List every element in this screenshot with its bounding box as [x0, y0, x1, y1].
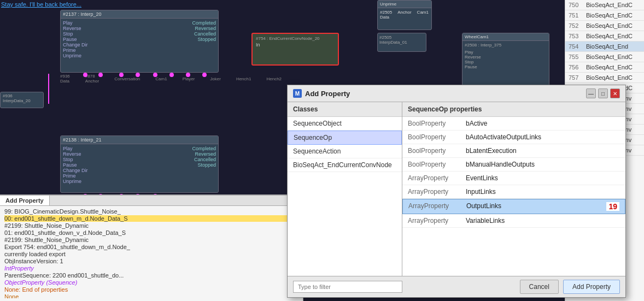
list-item-name: BioSeqAct_EndC: [586, 33, 633, 39]
prop-name: VariableLinks: [466, 217, 505, 225]
bp-line: None: End of properties: [4, 286, 298, 293]
list-item-num: 756: [569, 64, 584, 70]
bp-line: 99: BIOG_CinematicDesign.Shuttle_Noise_: [4, 208, 298, 215]
minimize-button[interactable]: ―: [586, 88, 596, 98]
bp-line: Export 754: end001_shuttle_down_m_d.Node…: [4, 244, 298, 250]
props-header: SequenceOp properties: [402, 102, 625, 117]
prop-name: OutputLinks: [466, 202, 501, 211]
bp-line: 01: end001_shuttle_down_v_d.Node_Data_S: [4, 229, 298, 236]
class-list: SequenceObjectSequenceOpSequenceActionBi…: [288, 117, 402, 276]
dialog-icon: M: [293, 89, 302, 98]
cancel-button[interactable]: Cancel: [520, 280, 559, 294]
prop-item-bactive[interactable]: BoolPropertybActive: [402, 117, 625, 131]
class-item-sequenceaction[interactable]: SequenceAction: [288, 145, 402, 158]
node-interp-20-header: #2137 : Interp_20: [61, 10, 218, 19]
prop-name: bActive: [466, 120, 487, 127]
bp-line: None: [4, 293, 298, 298]
right-list-item[interactable]: 752BioSeqAct_EndC: [565, 21, 644, 31]
bp-line: ObjInstanceVersion: 1: [4, 258, 298, 264]
bp-line: IntProperty: [4, 265, 298, 272]
node-end-current-conv[interactable]: #754 : EndCurrentConvNode_20 In: [251, 33, 339, 66]
prop-item-variablelinks[interactable]: ArrayPropertyVariableLinks: [402, 214, 625, 228]
right-list-item[interactable]: 751BioSeqAct_EndC: [565, 10, 644, 21]
right-list-item[interactable]: 756BioSeqAct_EndC: [565, 62, 644, 73]
prop-type: ArrayProperty: [408, 174, 462, 182]
dialog-title-left: M Add Property: [293, 89, 350, 98]
prop-item-eventlinks[interactable]: ArrayPropertyEventLinks: [402, 172, 625, 185]
add-property-dialog: M Add Property ― □ ✕ Classes SequenceObj…: [287, 85, 626, 298]
prop-item-outputlinks[interactable]: ArrayPropertyOutputLinks19: [402, 199, 625, 214]
prop-item-bmanualhandleoutputs[interactable]: BoolPropertybManualHandleOutputs: [402, 158, 625, 172]
close-button[interactable]: ✕: [610, 88, 620, 98]
bp-line: ParentSequence: 2200 end001_shuttle_do..…: [4, 272, 298, 279]
dialog-title-controls: ― □ ✕: [586, 88, 620, 98]
list-item-name: BioSeqAct_EndC: [586, 12, 633, 19]
classes-header: Classes: [288, 102, 402, 117]
list-item-name: BioSeqAct_EndC: [586, 74, 633, 81]
node-interp-21-header: #2138 : Interp_21: [61, 136, 218, 144]
prop-type: ArrayProperty: [408, 217, 462, 225]
prop-name: bManualHandleOutputs: [466, 161, 535, 168]
node-interp-data-20[interactable]: #936InterpData_20: [0, 92, 44, 108]
node-interp-21[interactable]: #2138 : Interp_21 Play Reverse Stop Paus…: [60, 135, 219, 193]
right-list-item[interactable]: 755BioSeqAct_EndC: [565, 52, 644, 62]
maximize-button[interactable]: □: [598, 88, 608, 98]
dialog-body: Classes SequenceObjectSequenceOpSequence…: [288, 102, 625, 276]
bottom-panel-content: 99: BIOG_CinematicDesign.Shuttle_Noise_0…: [0, 206, 303, 298]
prop-type: BoolProperty: [408, 161, 462, 168]
list-item-name: BioSeqAct_EndC: [586, 64, 633, 70]
list-item-num: 757: [569, 74, 584, 81]
list-item-num: 753: [569, 33, 584, 39]
class-item-sequenceobject[interactable]: SequenceObject: [288, 117, 402, 131]
prop-badge: 19: [606, 202, 619, 211]
bottom-tab-bar: Add Property: [0, 196, 303, 206]
node-2505-anchor[interactable]: Unprime #2505Data Anchor Cam1: [377, 0, 432, 30]
right-list-item[interactable]: 754BioSeqAct_End: [565, 42, 644, 52]
prop-type: ArrayProperty: [408, 202, 463, 211]
tab-add-property[interactable]: Add Property: [0, 196, 50, 205]
list-item-num: 755: [569, 54, 584, 60]
add-property-button[interactable]: Add Property: [563, 280, 620, 294]
list-item-name: BioSeqAct_EndC: [586, 2, 633, 8]
bp-line: currently loaded export: [4, 251, 298, 257]
list-item-name: BioSeqAct_EndC: [586, 54, 633, 60]
warning-bar[interactable]: Stay safe. I'll be back before...: [1, 1, 81, 8]
bp-line: #2199: Shuttle_Noise_Dynamic: [4, 237, 298, 243]
list-item-num: 752: [569, 22, 584, 29]
prop-name: EventLinks: [466, 174, 498, 182]
prop-name: bAutoActivateOutputLinks: [466, 133, 541, 141]
prop-list: BoolPropertybActiveBoolPropertybAutoActi…: [402, 117, 625, 276]
node-interp-20-body: Play Reverse Stop Pause Change Dir Prime…: [61, 19, 218, 60]
prop-item-bautoactivateoutputlinks[interactable]: BoolPropertybAutoActivateOutputLinks: [402, 131, 625, 144]
prop-type: ArrayProperty: [408, 188, 462, 196]
prop-item-blatentexecution[interactable]: BoolPropertybLatentExecution: [402, 144, 625, 158]
class-item-bioseqact_endcurrentconvnode[interactable]: BioSeqAct_EndCurrentConvNode: [288, 158, 402, 172]
footer-buttons: Cancel Add Property: [520, 280, 620, 294]
prop-type: BoolProperty: [408, 133, 462, 141]
classes-panel: Classes SequenceObjectSequenceOpSequence…: [288, 102, 402, 276]
list-item-num: 750: [569, 2, 584, 8]
node-interp-20[interactable]: #2137 : Interp_20 Play Reverse Stop Paus…: [60, 10, 219, 73]
bp-line: ObjectProperty (Sequence): [4, 279, 298, 286]
list-item-name: BioSeqAct_EndC: [586, 22, 633, 29]
filter-input[interactable]: [293, 281, 402, 293]
right-list-item[interactable]: 757BioSeqAct_EndC: [565, 73, 644, 83]
bp-line: #2199: Shuttle_Noise_Dynamic: [4, 222, 298, 229]
prop-item-inputlinks[interactable]: ArrayPropertyInputLinks: [402, 185, 625, 199]
prop-name: InputLinks: [466, 188, 496, 196]
prop-type: BoolProperty: [408, 147, 462, 155]
prop-name: bLatentExecution: [466, 147, 517, 155]
node-2505-interpdata[interactable]: #2505InterpData_01: [377, 33, 426, 52]
bottom-panel: Add Property 99: BIOG_CinematicDesign.Sh…: [0, 194, 303, 301]
list-item-num: 754: [569, 43, 584, 50]
right-list-item[interactable]: 750BioSeqAct_EndC: [565, 0, 644, 10]
dialog-titlebar: M Add Property ― □ ✕: [288, 85, 625, 102]
node-wheelcam1[interactable]: WheelCam1 #2508 : Interp_375 Play Revers…: [462, 33, 549, 87]
bp-line: 00: end001_shuttle_down_m_d.Node_Data_S: [4, 215, 298, 222]
props-panel: SequenceOp properties BoolPropertybActiv…: [402, 102, 625, 276]
list-item-num: 751: [569, 12, 584, 19]
node-interp-21-body: Play Reverse Stop Pause Change Dir Prime…: [61, 144, 218, 186]
class-item-sequenceop[interactable]: SequenceOp: [288, 131, 402, 145]
dialog-footer: Cancel Add Property: [288, 276, 625, 297]
right-list-item[interactable]: 753BioSeqAct_EndC: [565, 31, 644, 42]
